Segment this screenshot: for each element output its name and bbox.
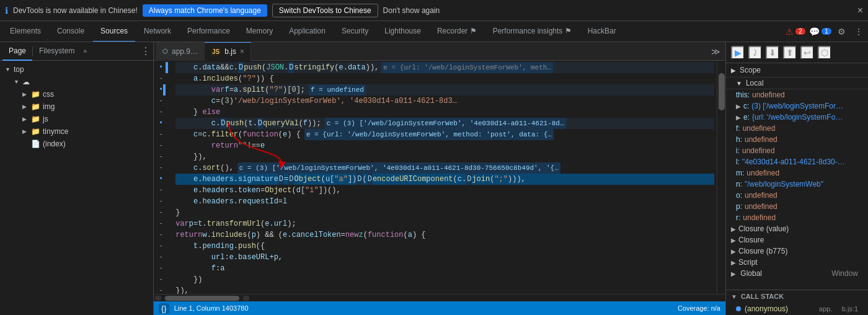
tree-label-top: top [14, 65, 153, 74]
tree-item-js[interactable]: ▶ 📁 js [0, 113, 153, 125]
tab-hackbar[interactable]: HackBar [580, 21, 624, 42]
tree-arrow-js: ▶ [22, 116, 31, 122]
left-tab-filesystem[interactable]: Filesystem [33, 42, 81, 61]
resume-button[interactable]: ▶ [731, 46, 745, 60]
settings-icon[interactable]: ⚙ [835, 24, 848, 39]
close-editor-tab-icon[interactable]: × [240, 47, 244, 56]
status-bar: {} Line 1, Column 1403780 Coverage: n/a [154, 301, 725, 315]
global-row[interactable]: ▶ Global Window [726, 268, 868, 279]
code-line-16: return w.includes(p) && (e.cancelToken =… [175, 229, 714, 241]
tab-application[interactable]: Application [281, 21, 333, 42]
local-section-header[interactable]: ▼ Local [726, 78, 868, 89]
call-stack-file-ref: app. b.js:1 [819, 305, 858, 313]
format-code-icon[interactable]: {} [159, 303, 169, 314]
code-line-8: return "" !== e [175, 140, 714, 151]
tab-console[interactable]: Console [50, 21, 92, 42]
global-label: Global [740, 269, 762, 278]
tree-arrow-top: ▼ [5, 66, 14, 73]
script-row[interactable]: ▶ Script [726, 257, 868, 268]
code-line-17: t.pending.push({ [175, 241, 714, 252]
tab-performance-insights[interactable]: Performance insights ⚑ [485, 21, 579, 42]
scope-row-f: f:undefined [726, 123, 868, 134]
code-line-5: } else [175, 107, 714, 118]
left-tab-page[interactable]: Page [2, 42, 32, 61]
tab-security[interactable]: Security [334, 21, 376, 42]
closure-value-row[interactable]: ▶ Closure (value) [726, 223, 868, 234]
vertical-scrollbar[interactable] [717, 61, 725, 294]
tree-item-tinymce[interactable]: ▶ 📁 tinymce [0, 125, 153, 138]
switch-devtools-button[interactable]: Switch DevTools to Chinese [272, 4, 378, 17]
notification-bar: ℹ DevTools is now available in Chinese! … [0, 0, 868, 21]
closure-row[interactable]: ▶ Closure [726, 234, 868, 246]
more-options-icon[interactable]: ⋮ [852, 24, 866, 39]
file-icon-index: 📄 [31, 140, 40, 148]
message-badge: 💬 1 [809, 27, 831, 37]
info-icon: ℹ [5, 6, 8, 16]
code-line-20: }) [175, 274, 714, 285]
tab-bar: Elements Console Sources Network Perform… [0, 21, 868, 42]
scope-row-m: m:undefined [726, 167, 868, 179]
tab-recorder[interactable]: Recorder ⚑ [430, 21, 484, 42]
step-button[interactable]: ↩ [800, 46, 814, 60]
editor-tab-app[interactable]: ⬡ app.9… [156, 42, 205, 61]
closure-b775-row[interactable]: ▶ Closure (b775) [726, 246, 868, 257]
call-stack-anonymous[interactable]: (anonymous) app. b.js:1 [726, 303, 868, 315]
dont-show-again[interactable]: Don't show again [383, 6, 440, 15]
code-line-10: c.sort(), c = (3) ['/web/loginSystemForW… [175, 162, 714, 174]
scope-row-p: p:undefined [726, 201, 868, 212]
scope-row-n: n:"/web/loginSystemWeb" [726, 179, 868, 190]
call-stack-fn-name: (anonymous) [745, 304, 788, 313]
code-line-11: e.headers.signature D= DObject(u["a"])D(… [175, 174, 714, 185]
scope-header[interactable]: ▶ Scope [726, 63, 868, 78]
tree-label-css: css [43, 90, 153, 99]
step-over-button[interactable]: ⤸ [748, 46, 762, 60]
tab-elements[interactable]: Elements [2, 21, 48, 42]
tab-performance[interactable]: Performance [180, 21, 237, 42]
call-stack-header[interactable]: ▼ Call Stack [726, 290, 868, 303]
tree-arrow-tinymce: ▶ [22, 128, 31, 135]
scope-row-c[interactable]: ▶ c:(3) ['/web/loginSystemFor… [726, 100, 868, 112]
scope-row-h: h:undefined [726, 134, 868, 145]
editor-tab-bjs[interactable]: JS b.js × [205, 42, 251, 61]
tab-sources[interactable]: Sources [93, 21, 135, 42]
code-content[interactable]: • - • - - • - - - - [154, 61, 725, 294]
window-label: Window [831, 269, 858, 278]
deactivate-breakpoints-button[interactable]: ⬡ [818, 46, 831, 60]
tab-memory[interactable]: Memory [239, 21, 280, 42]
tree-item-css[interactable]: ▶ 📁 css [0, 88, 153, 100]
match-language-button[interactable]: Always match Chrome's language [143, 4, 267, 17]
code-body: c.data && c.Dpush(JSON.Dstringify(e.data… [173, 61, 717, 294]
horizontal-scrollbar[interactable] [154, 294, 725, 301]
error-count: 2 [795, 28, 805, 35]
tree-item-top[interactable]: ▼ top [0, 63, 153, 76]
vscroll-thumb[interactable] [719, 73, 725, 110]
tree-label-index: (index) [43, 140, 153, 148]
step-into-button[interactable]: ⬇ [766, 46, 779, 60]
tree-item-cloud[interactable]: ▼ ☁ [0, 76, 153, 88]
message-count: 1 [822, 28, 831, 35]
close-notification-button[interactable]: × [857, 5, 863, 16]
tree-arrow-css: ▶ [22, 91, 31, 97]
step-out-button[interactable]: ⬆ [783, 46, 797, 60]
main-layout: Page Filesystem » ⋮ ▼ top ▼ ☁ ▶ � [0, 42, 868, 315]
folder-icon-css: 📁 [31, 90, 40, 99]
code-line-13: e.headers.requestId = l [175, 196, 714, 207]
left-tab-more-chevron[interactable]: » [83, 48, 87, 55]
tree-item-img[interactable]: ▶ 📁 img [0, 100, 153, 113]
code-line-7: c = c.filter(function(e) { e = {url: '/w… [175, 129, 714, 140]
scope-row-o: o:undefined [726, 190, 868, 201]
cursor-position: Line 1, Column 1403780 [174, 304, 249, 312]
call-stack-label: Call Stack [741, 293, 784, 300]
tree-item-index[interactable]: ▶ 📄 (index) [0, 138, 153, 150]
hscroll-thumb[interactable] [165, 296, 239, 301]
scope-row-e[interactable]: ▶ e:{url: '/web/loginSystemFo… [726, 112, 868, 123]
editor-more-button[interactable]: ≫ [709, 44, 723, 59]
error-icon: ⚠ [786, 27, 794, 37]
folder-icon-img: 📁 [31, 102, 40, 111]
tab-network[interactable]: Network [136, 21, 179, 42]
closure-value-label: Closure (value) [738, 224, 789, 233]
left-tab-menu-icon[interactable]: ⋮ [141, 45, 151, 57]
closure-label: Closure [738, 236, 764, 244]
tab-lighthouse[interactable]: Lighthouse [377, 21, 428, 42]
code-line-9: }), [175, 151, 714, 162]
